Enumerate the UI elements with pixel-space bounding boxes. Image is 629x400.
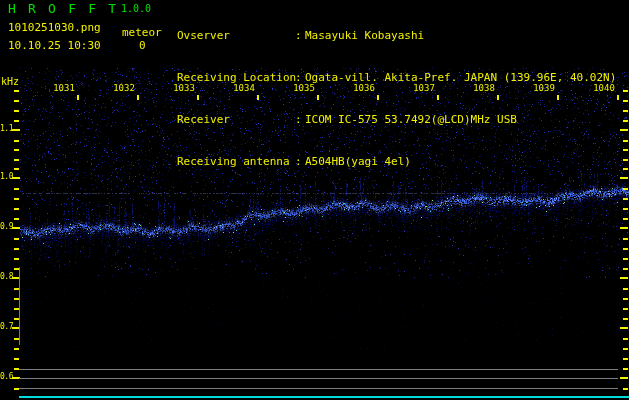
freq-tick-label: 0.8: [0, 272, 12, 281]
freq-minor-tick: [14, 188, 19, 190]
app-version: 1.0.0: [121, 3, 151, 14]
freq-minor-tick-right: [623, 318, 628, 320]
time-tick-mark: [257, 95, 259, 100]
freq-minor-tick: [14, 168, 19, 170]
time-tick-mark: [317, 95, 319, 100]
freq-minor-tick-right: [623, 308, 628, 310]
freq-major-tick-right: [620, 129, 628, 131]
timestamp: 10.10.25 10:30: [8, 39, 101, 52]
time-tick-mark: [557, 95, 559, 100]
freq-minor-tick: [14, 208, 19, 210]
time-tick-mark: [497, 95, 499, 100]
freq-minor-tick-right: [623, 338, 628, 340]
freq-minor-tick-right: [623, 208, 628, 210]
station-info: Ovserver:Masayuki Kobayashi Receiving Lo…: [177, 1, 616, 197]
freq-minor-tick: [14, 140, 19, 142]
signal-level-trace: [19, 396, 629, 398]
info-row-observer: Ovserver:Masayuki Kobayashi: [177, 29, 616, 43]
freq-minor-tick-right: [623, 358, 628, 360]
info-separator: :: [295, 113, 305, 127]
time-tick-mark: [437, 95, 439, 100]
freq-minor-tick-right: [623, 238, 628, 240]
time-tick-label: 1032: [109, 83, 139, 93]
freq-minor-tick: [14, 258, 19, 260]
freq-major-tick: [12, 129, 20, 131]
freq-minor-tick-right: [623, 218, 628, 220]
freq-axis-unit: kHz: [1, 76, 19, 87]
freq-minor-tick-right: [623, 168, 628, 170]
time-tick-mark: [617, 95, 619, 100]
freq-minor-tick: [14, 248, 19, 250]
freq-minor-tick: [14, 358, 19, 360]
freq-minor-tick-right: [623, 198, 628, 200]
freq-minor-tick-right: [623, 140, 628, 142]
freq-minor-tick-right: [623, 110, 628, 112]
freq-minor-tick-right: [623, 268, 628, 270]
freq-major-tick: [12, 227, 20, 229]
freq-minor-tick-right: [623, 368, 628, 370]
plot-left-border: [19, 267, 20, 345]
app-title: H R O F F T: [8, 1, 118, 16]
time-tick-label: 1036: [349, 83, 379, 93]
time-tick-label: 1035: [289, 83, 319, 93]
freq-minor-tick-right: [623, 100, 628, 102]
time-tick-mark: [137, 95, 139, 100]
info-row-receiver: Receiver:ICOM IC-575 53.7492(@LCD)MHz US…: [177, 113, 616, 127]
freq-minor-tick-right: [623, 288, 628, 290]
freq-minor-tick: [14, 110, 19, 112]
freq-minor-tick: [14, 198, 19, 200]
freq-major-tick-right: [620, 327, 628, 329]
time-tick-label: 1034: [229, 83, 259, 93]
info-row-antenna: Receiving antenna:A504HB(yagi 4el): [177, 155, 616, 169]
freq-minor-tick-right: [623, 258, 628, 260]
meteor-count: 0: [139, 39, 146, 52]
freq-major-tick-right: [620, 377, 628, 379]
output-filename: 1010251030.png: [8, 21, 101, 34]
text-overlay: H R O F F T 1.0.0 1010251030.png meteor …: [0, 0, 629, 400]
level-grid-line: [19, 378, 618, 379]
freq-minor-tick-right: [623, 159, 628, 161]
freq-tick-label: 1.1: [0, 124, 12, 133]
freq-minor-tick-right: [623, 298, 628, 300]
info-value: ICOM IC-575 53.7492(@LCD)MHz USB: [305, 113, 517, 126]
info-value: Masayuki Kobayashi: [305, 29, 424, 42]
time-tick-label: 1031: [49, 83, 79, 93]
info-separator: :: [295, 29, 305, 43]
freq-tick-label: 0.7: [0, 322, 12, 331]
freq-minor-tick-right: [623, 388, 628, 390]
info-separator: :: [295, 155, 305, 169]
freq-tick-label: 0.6: [0, 372, 12, 381]
freq-minor-tick: [14, 159, 19, 161]
freq-major-tick: [12, 177, 20, 179]
freq-tick-label: 0.9: [0, 222, 12, 231]
level-grid-line: [19, 369, 618, 370]
time-tick-label: 1037: [409, 83, 439, 93]
time-tick-label: 1040: [589, 83, 619, 93]
info-label: Receiving antenna: [177, 155, 295, 169]
time-tick-label: 1039: [529, 83, 559, 93]
freq-minor-tick: [14, 100, 19, 102]
info-value: A504HB(yagi 4el): [305, 155, 411, 168]
freq-major-tick-right: [620, 277, 628, 279]
freq-minor-tick-right: [623, 90, 628, 92]
time-tick-mark: [197, 95, 199, 100]
mode-label: meteor: [122, 26, 162, 39]
freq-tick-label: 1.0: [0, 172, 12, 181]
freq-minor-tick-right: [623, 149, 628, 151]
freq-major-tick-right: [620, 177, 628, 179]
level-grid-line: [19, 388, 618, 389]
time-tick-mark: [377, 95, 379, 100]
freq-minor-tick: [14, 90, 19, 92]
info-label: Ovserver: [177, 29, 295, 43]
freq-minor-tick-right: [623, 120, 628, 122]
freq-minor-tick: [14, 348, 19, 350]
freq-minor-tick-right: [623, 188, 628, 190]
time-tick-label: 1038: [469, 83, 499, 93]
freq-minor-tick-right: [623, 348, 628, 350]
freq-minor-tick: [14, 238, 19, 240]
time-tick-label: 1033: [169, 83, 199, 93]
freq-minor-tick: [14, 218, 19, 220]
freq-minor-tick: [14, 120, 19, 122]
info-label: Receiver: [177, 113, 295, 127]
freq-minor-tick-right: [623, 248, 628, 250]
